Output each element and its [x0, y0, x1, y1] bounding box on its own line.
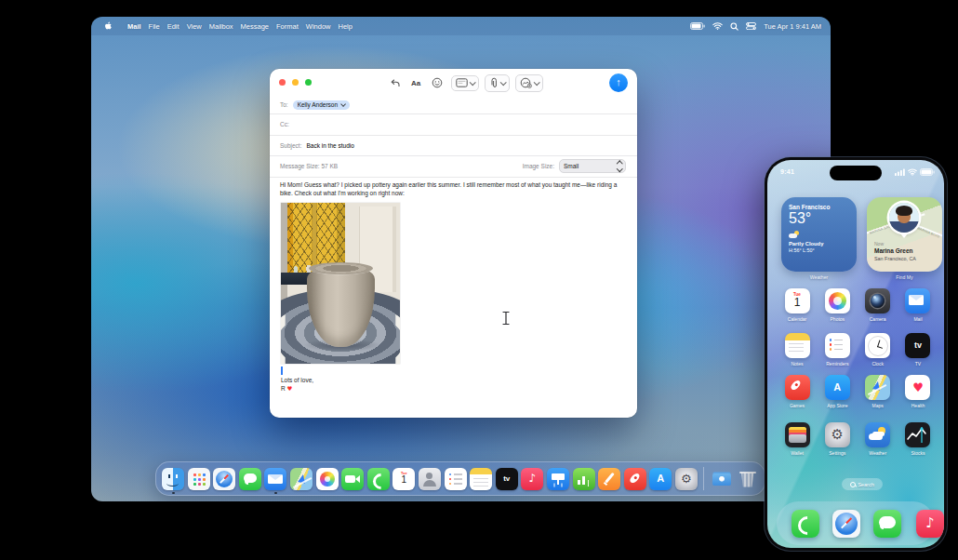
subject-label: Subject: [280, 142, 302, 149]
dock-icon-launchpad[interactable] [188, 468, 210, 490]
message-size: Message Size: 57 KB [280, 163, 338, 169]
menu-item-file[interactable]: File [149, 22, 160, 31]
menu-item-format[interactable]: Format [276, 22, 299, 31]
insert-media-button[interactable] [515, 74, 543, 92]
partly-cloudy-icon [789, 232, 800, 239]
iphone-app-calendar[interactable]: Tue1 [785, 288, 810, 313]
wifi-icon [908, 168, 917, 176]
dock: Tue 1 tv ♪ A ⚙ [155, 461, 765, 496]
dock-icon-notes[interactable] [470, 468, 492, 490]
message-closing[interactable]: Lots of love, R ♥ [281, 377, 313, 393]
iphone-clock: 9:41 [780, 168, 794, 175]
search-icon[interactable] [730, 22, 738, 31]
iphone-app-games[interactable] [785, 375, 810, 400]
iphone-app-reminders[interactable] [825, 333, 850, 358]
wifi-icon[interactable] [712, 22, 723, 30]
menu-item-window[interactable]: Window [306, 22, 331, 31]
iphone-dock-messages[interactable] [873, 510, 901, 538]
iphone-dock-safari[interactable] [832, 510, 860, 538]
dock-divider [703, 467, 704, 490]
subject-field[interactable]: Subject: Back in the studio [270, 135, 637, 156]
iphone-dock-music[interactable]: ♪ [916, 510, 944, 538]
dock-icon-maps[interactable] [290, 468, 313, 490]
iphone-app-tv[interactable]: tv [905, 333, 930, 358]
battery-icon[interactable] [690, 22, 705, 30]
dynamic-island [830, 166, 882, 180]
menu-bar: Mail File Edit View Mailbox Message Form… [91, 17, 831, 35]
iphone-app-settings[interactable]: ⚙ [825, 422, 850, 447]
running-indicator [274, 492, 277, 495]
menu-item-edit[interactable]: Edit [167, 22, 180, 31]
menu-item-view[interactable]: View [187, 22, 202, 31]
dock-icon-games[interactable] [624, 468, 646, 490]
undo-icon[interactable] [386, 76, 403, 90]
menu-item-mail[interactable]: Mail [127, 22, 141, 31]
iphone-app-wallet[interactable] [785, 422, 810, 447]
subject-value: Back in the studio [307, 142, 354, 149]
iphone-app-stocks[interactable] [905, 422, 930, 447]
dock-icon-calendar[interactable]: Tue 1 [393, 468, 415, 490]
mac-desktop: Mail File Edit View Mailbox Message Form… [91, 17, 831, 501]
close-button[interactable] [279, 79, 286, 86]
message-body[interactable]: Hi Mom! Guess what? I picked up pottery … [280, 181, 626, 197]
iphone-app-notes[interactable] [785, 333, 810, 358]
dock-icon-app-store[interactable]: A [649, 468, 672, 490]
mail-compose-window: Aa ↑ To: Kelly Anderson Cc: Subject: Bac… [270, 69, 637, 418]
iphone-app-health[interactable]: ♥ [905, 375, 930, 400]
iphone-app-app-store[interactable]: A [825, 375, 850, 400]
zoom-button[interactable] [305, 79, 312, 86]
search-icon [850, 482, 856, 487]
running-indicator [172, 492, 175, 495]
menu-bar-clock[interactable]: Tue Apr 1 9:41 AM [764, 22, 821, 31]
iphone-app-maps[interactable] [865, 375, 890, 400]
dock-icon-numbers[interactable] [573, 468, 595, 490]
iphone: 9:41 San Francisco 53° Partly Cloudy H:5… [765, 157, 947, 551]
cc-field[interactable]: Cc: [270, 113, 637, 136]
dock-icon-mail[interactable] [264, 468, 286, 490]
window-controls [279, 79, 312, 86]
iphone-app-photos[interactable] [825, 288, 850, 313]
menu-item-mailbox[interactable]: Mailbox [209, 22, 233, 31]
dock-icon-finder[interactable] [162, 468, 184, 490]
send-button[interactable]: ↑ [609, 73, 628, 92]
iphone-app-mail[interactable] [905, 288, 930, 313]
dock-icon-trash[interactable] [737, 468, 759, 490]
dock-icon-messages[interactable] [239, 468, 261, 490]
apple-menu-icon[interactable] [104, 21, 113, 31]
minimize-button[interactable] [292, 79, 299, 86]
dock-icon-contacts[interactable] [419, 468, 441, 490]
emoji-icon[interactable] [429, 75, 446, 90]
dock-icon-photos[interactable] [316, 468, 339, 490]
dock-icon-keynote[interactable] [547, 468, 569, 490]
weather-widget-label: Weather [781, 274, 857, 280]
weather-widget[interactable]: San Francisco 53° Partly Cloudy H:56° L:… [781, 197, 857, 272]
compose-toolbar: Aa [386, 73, 543, 93]
find-my-widget[interactable]: MARINA GREEN DR MARINA BLVD Now Marina G… [867, 197, 942, 272]
dock-icon-music[interactable]: ♪ [521, 468, 543, 490]
dock-icon-downloads[interactable] [711, 468, 733, 490]
iphone-app-weather[interactable] [865, 422, 890, 447]
dock-icon-pages[interactable] [598, 468, 620, 490]
attached-pottery-photo[interactable] [281, 203, 400, 364]
heart-emoji: ♥ [287, 385, 293, 393]
stationery-button[interactable] [451, 75, 479, 91]
image-size-select[interactable]: Small [559, 159, 626, 173]
dock-icon-safari[interactable] [213, 468, 235, 490]
dock-icon-reminders[interactable] [445, 468, 467, 490]
iphone-app-clock[interactable] [865, 333, 890, 358]
cc-label: Cc: [280, 121, 289, 127]
dock-icon-settings[interactable]: ⚙ [675, 468, 698, 490]
iphone-dock-phone[interactable] [792, 510, 819, 538]
to-field[interactable]: To: Kelly Anderson [270, 96, 637, 114]
menu-item-message[interactable]: Message [241, 22, 269, 31]
dock-icon-phone[interactable] [367, 468, 390, 490]
spotlight-search-pill[interactable]: Search [842, 478, 883, 490]
attach-button[interactable] [485, 74, 510, 92]
dock-icon-tv[interactable]: tv [496, 468, 518, 490]
recipient-token[interactable]: Kelly Anderson [293, 100, 350, 110]
iphone-app-camera[interactable] [865, 288, 890, 313]
dock-icon-facetime[interactable] [341, 468, 364, 490]
control-center-icon[interactable] [746, 22, 756, 30]
format-icon[interactable]: Aa [408, 77, 423, 89]
menu-item-help[interactable]: Help [338, 22, 352, 31]
